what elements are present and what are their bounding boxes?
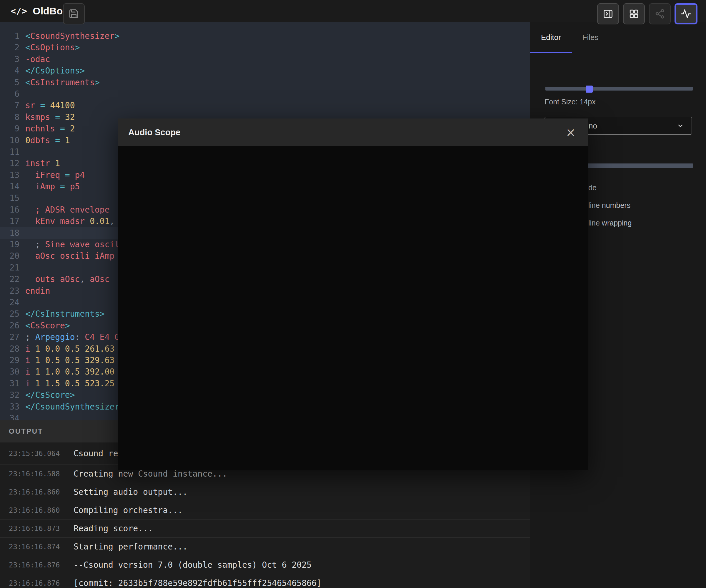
sidebar-tabs: Editor Files — [530, 22, 706, 53]
save-icon — [69, 8, 79, 19]
font-size-label: Font Size: 14px — [545, 97, 596, 106]
audio-scope-button[interactable] — [674, 3, 698, 25]
line-number: 6 — [0, 88, 19, 100]
output-row: 23:16:16.860Compiling orchestra... — [0, 501, 530, 519]
font-size-slider[interactable] — [545, 87, 693, 91]
audio-scope-header: Audio Scope × — [118, 119, 588, 146]
code-text: <CsScore> — [25, 320, 70, 331]
code-line[interactable]: 4</CsOptions> — [0, 65, 530, 77]
code-line[interactable]: 1<CsoundSynthesizer> — [0, 30, 530, 42]
output-message: Starting performance... — [74, 542, 188, 552]
code-text: kEnv madsr 0.01, — [25, 215, 114, 227]
code-text: ; ADSR envelope — [25, 204, 110, 215]
line-number: 2 — [0, 42, 19, 53]
line-number: 22 — [0, 274, 19, 285]
output-message: Compiling orchestra... — [74, 505, 183, 515]
output-message: Creating new Csound instance... — [74, 469, 227, 478]
output-timestamp: 23:15:36.064 — [9, 450, 74, 458]
audio-scope-title: Audio Scope — [128, 128, 180, 137]
output-timestamp: 23:16:16.874 — [9, 543, 74, 551]
layout-grid-icon — [629, 8, 639, 19]
layout-grid-button[interactable] — [623, 3, 645, 25]
brand: </> OldBoy — [11, 0, 68, 22]
line-number: 27 — [0, 331, 19, 343]
line-number: 12 — [0, 158, 19, 169]
line-number: 5 — [0, 77, 19, 88]
output-row: 23:16:16.874Starting performance... — [0, 538, 530, 556]
code-text: iAmp = p5 — [25, 181, 80, 192]
code-text: iFreq = p4 — [25, 169, 85, 181]
line-number: 24 — [0, 297, 19, 308]
code-text: <CsInstruments> — [25, 77, 100, 88]
panel-toggle-button[interactable] — [597, 3, 619, 25]
line-number: 8 — [0, 112, 19, 123]
code-text: nchnls = 2 — [25, 123, 75, 134]
font-size-slider-thumb[interactable] — [586, 86, 593, 93]
tab-files[interactable]: Files — [572, 22, 609, 53]
line-number: 20 — [0, 250, 19, 262]
code-line[interactable]: 3-odac — [0, 53, 530, 65]
line-number: 9 — [0, 123, 19, 134]
line-number: 1 — [0, 30, 19, 42]
code-text: 0dbfs = 1 — [25, 135, 70, 146]
line-number: 28 — [0, 343, 19, 354]
audio-scope-modal: Audio Scope × — [118, 119, 588, 470]
output-timestamp: 23:16:16.876 — [9, 579, 74, 587]
line-number: 25 — [0, 308, 19, 320]
output-timestamp: 23:16:16.860 — [9, 488, 74, 496]
setting-label-line-wrapping[interactable]: line wrapping — [588, 219, 632, 227]
line-number: 15 — [0, 192, 19, 204]
tab-editor[interactable]: Editor — [530, 22, 572, 53]
line-number: 16 — [0, 204, 19, 215]
code-text: i 1 0.0 0.5 261.63 — [25, 343, 114, 354]
output-timestamp: 23:16:16.873 — [9, 524, 74, 533]
code-text: i 1 0.5 0.5 329.63 — [25, 354, 114, 366]
output-row: 23:16:16.876[commit: 2633b5f788e59e892fd… — [0, 574, 530, 588]
line-number: 10 — [0, 135, 19, 146]
chevron-down-icon — [677, 122, 684, 129]
output-message: Csound re — [74, 449, 118, 458]
code-text: ksmps = 32 — [25, 112, 75, 123]
panel-right-open-icon — [603, 8, 613, 19]
line-number: 34 — [0, 413, 19, 420]
output-message: --Csound version 7.0 (double samples) Oc… — [74, 560, 312, 570]
code-text: sr = 44100 — [25, 100, 75, 111]
setting-label-mode[interactable]: de — [588, 183, 596, 192]
save-button[interactable] — [63, 3, 85, 25]
line-number: 23 — [0, 285, 19, 297]
line-number: 13 — [0, 169, 19, 181]
output-timestamp: 23:16:16.508 — [9, 470, 74, 478]
audio-scope-canvas — [118, 146, 588, 470]
code-text: outs aOsc, aOsc — [25, 274, 110, 285]
share-icon — [655, 8, 665, 19]
code-line[interactable]: 6 — [0, 88, 530, 100]
code-text: instr 1 — [25, 158, 60, 169]
code-text: </CsInstruments> — [25, 308, 105, 320]
setting-label-line-numbers[interactable]: line numbers — [588, 201, 630, 210]
line-number: 21 — [0, 262, 19, 274]
code-line[interactable]: 2<CsOptions> — [0, 42, 530, 53]
line-number: 32 — [0, 389, 19, 401]
code-text: -odac — [25, 53, 50, 65]
output-label: OUTPUT — [9, 427, 43, 435]
line-number: 4 — [0, 65, 19, 77]
output-timestamp: 23:16:16.860 — [9, 506, 74, 514]
code-text: <CsOptions> — [25, 42, 80, 53]
code-text: </CsScore> — [25, 389, 75, 401]
code-text: </CsoundSynthesizer — [25, 401, 119, 413]
code-line[interactable]: 7sr = 44100 — [0, 100, 530, 111]
code-line[interactable]: 5<CsInstruments> — [0, 77, 530, 88]
line-number: 30 — [0, 366, 19, 378]
line-number: 19 — [0, 239, 19, 250]
code-text: i 1 1.5 0.5 523.25 — [25, 378, 114, 389]
line-number: 26 — [0, 320, 19, 331]
close-icon[interactable]: × — [564, 126, 578, 139]
code-text: <CsoundSynthesizer> — [25, 30, 119, 42]
output-timestamp: 23:16:16.876 — [9, 561, 74, 569]
line-number: 11 — [0, 146, 19, 158]
activity-icon — [681, 8, 691, 19]
output-row: 23:16:16.873Reading score... — [0, 519, 530, 538]
font-family-value: no — [589, 117, 597, 134]
output-message: Setting audio output... — [74, 487, 188, 497]
share-button[interactable] — [649, 3, 671, 25]
